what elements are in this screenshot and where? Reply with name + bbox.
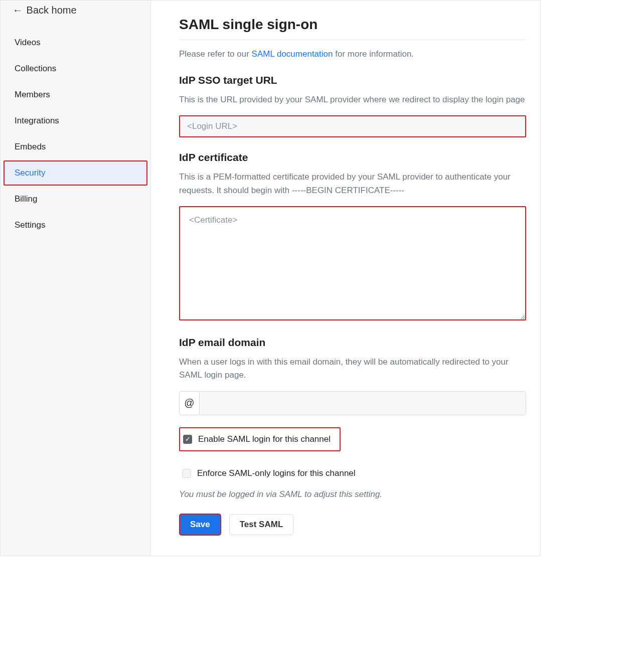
sidebar-item-security[interactable]: Security (4, 160, 147, 186)
save-button[interactable]: Save (179, 514, 221, 536)
idp-cert-desc: This is a PEM-formatted certificate prov… (179, 171, 526, 197)
enable-saml-row[interactable]: ✓ Enable SAML login for this channel (179, 427, 341, 451)
idp-cert-heading: IdP certificate (179, 151, 526, 163)
sidebar-item-embeds[interactable]: Embeds (4, 134, 147, 159)
sidebar: ← Back home Videos Collections Members I… (1, 1, 151, 556)
idp-email-desc: When a user logs in with this email doma… (179, 356, 526, 382)
sidebar-item-members[interactable]: Members (4, 82, 147, 107)
intro-text: Please refer to our SAML documentation f… (179, 49, 526, 59)
enforce-saml-label: Enforce SAML-only logins for this channe… (197, 468, 356, 478)
idp-url-desc: This is the URL provided by your SAML pr… (179, 93, 526, 106)
enforce-saml-note: You must be logged in via SAML to adjust… (179, 489, 526, 499)
email-domain-row: @ (179, 391, 526, 415)
idp-email-heading: IdP email domain (179, 337, 526, 349)
page-title: SAML single sign-on (179, 17, 526, 40)
saml-documentation-link[interactable]: SAML documentation (252, 49, 333, 59)
main-content: SAML single sign-on Please refer to our … (151, 1, 540, 556)
enforce-saml-checkbox (182, 469, 191, 478)
button-row: Save Test SAML (179, 514, 526, 536)
enforce-saml-row: Enforce SAML-only logins for this channe… (179, 462, 526, 484)
arrow-left-icon: ← (13, 5, 24, 16)
enable-saml-checkbox[interactable]: ✓ (183, 435, 192, 444)
back-home-label: Back home (27, 5, 77, 16)
enable-saml-label: Enable SAML login for this channel (198, 434, 331, 444)
idp-url-heading: IdP SSO target URL (179, 74, 526, 86)
sidebar-item-settings[interactable]: Settings (4, 213, 147, 238)
back-home-link[interactable]: ← Back home (1, 3, 150, 30)
idp-cert-textarea[interactable] (179, 206, 526, 320)
idp-url-input[interactable] (179, 115, 526, 137)
sidebar-item-collections[interactable]: Collections (4, 56, 147, 81)
at-prefix: @ (179, 391, 199, 415)
app-container: ← Back home Videos Collections Members I… (0, 0, 541, 556)
test-saml-button[interactable]: Test SAML (229, 514, 294, 535)
sidebar-item-videos[interactable]: Videos (4, 30, 147, 55)
sidebar-item-billing[interactable]: Billing (4, 187, 147, 212)
sidebar-item-integrations[interactable]: Integrations (4, 108, 147, 133)
email-domain-input[interactable] (199, 391, 526, 415)
